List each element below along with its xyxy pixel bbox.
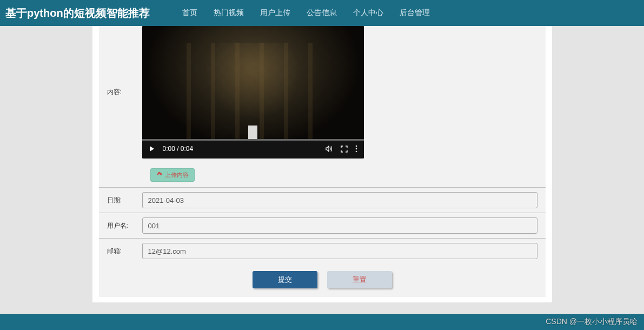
video-player[interactable]: 0:00 / 0:04 [142,26,364,159]
nav-personal-center[interactable]: 个人中心 [353,8,383,18]
nav-home[interactable]: 首页 [182,8,197,18]
nav-admin[interactable]: 后台管理 [400,8,430,18]
menu-icon[interactable] [355,145,357,153]
upload-button-label: 上传内容 [165,171,189,179]
video-controls: 0:00 / 0:04 [142,139,364,159]
email-label: 邮箱: [107,247,142,256]
nav-hot-videos[interactable]: 热门视频 [214,8,244,18]
upload-content-button[interactable]: 上传内容 [150,168,195,182]
video-progress-bar[interactable] [142,139,364,141]
date-row: 日期: [99,188,546,213]
svg-point-1 [355,148,357,150]
content-row: 内容: 0:00 / 0:04 [99,26,546,164]
brand-title: 基于python的短视频智能推荐 [5,6,150,21]
fullscreen-icon[interactable] [341,146,348,153]
email-field[interactable] [142,243,537,259]
reset-button[interactable]: 重置 [327,271,392,288]
main-panel: 内容: 0:00 / 0:04 [92,26,552,302]
email-row: 邮箱: [99,239,546,263]
form-area: 内容: 0:00 / 0:04 [99,26,546,297]
video-time: 0:00 / 0:04 [163,145,194,153]
username-field[interactable] [142,217,537,234]
username-row: 用户名: [99,213,546,239]
top-navbar: 基于python的短视频智能推荐 首页 热门视频 用户上传 公告信息 个人中心 … [0,0,644,26]
date-field[interactable] [142,192,537,208]
date-label: 日期: [107,196,142,205]
volume-icon[interactable] [326,145,333,153]
play-icon[interactable] [149,146,155,152]
button-row: 提交 重置 [99,263,546,292]
video-thumbnail [142,26,364,139]
svg-point-2 [355,151,357,153]
svg-point-0 [355,146,357,147]
content-label: 内容: [107,88,142,97]
nav-announcement[interactable]: 公告信息 [307,8,337,18]
nav-user-upload[interactable]: 用户上传 [260,8,290,18]
upload-row: 上传内容 [99,164,546,188]
cloud-upload-icon [156,171,162,179]
username-label: 用户名: [107,221,142,230]
nav-links: 首页 热门视频 用户上传 公告信息 个人中心 后台管理 [182,8,430,18]
submit-button[interactable]: 提交 [253,271,317,288]
